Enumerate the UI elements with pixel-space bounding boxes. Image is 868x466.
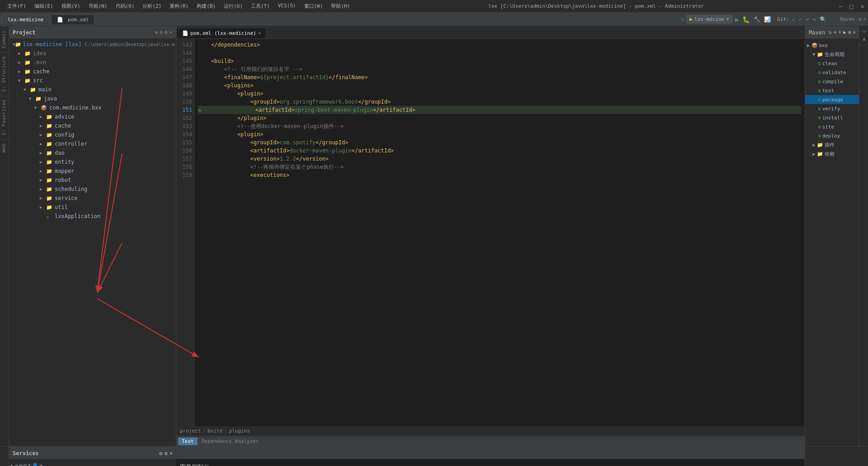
maven-item-verify[interactable]: ⚙ verify [805,104,859,113]
project-collapse-icon[interactable]: ≡ [160,29,163,35]
maven-refresh-icon[interactable]: ↻ [829,29,832,35]
tree-item-package[interactable]: ▼ 📦 com.medicine.bxx [9,103,176,112]
menu-tools[interactable]: 工具(T) [247,2,274,10]
services-group-icon[interactable]: ⊞ [19,463,22,466]
file-tree[interactable]: ▼ 📁 lxx-medicine [lxx] C:\Users\admin\De… [9,39,176,446]
run-button[interactable]: ▶ [735,16,739,23]
nav-back-icon[interactable]: ↑ [681,16,684,23]
maven-plugins-group[interactable]: ▶ 📁 插件 [805,140,859,149]
menu-build[interactable]: 构建(B) [193,2,219,10]
tree-item-src[interactable]: ▼ 📁 src [9,76,176,85]
editor-tab-text[interactable]: Text [178,437,198,445]
services-run-icon[interactable]: ▶ [11,463,14,466]
services-expand-icon[interactable]: ⊞ [24,463,27,466]
close-tab-icon[interactable]: × [258,30,261,36]
tree-item-advice[interactable]: ▶ 📁 advice [9,112,176,121]
search-everywhere-icon[interactable]: 🔍 [820,16,826,23]
services-close-icon[interactable]: × [170,450,173,456]
tree-item-main[interactable]: ▼ 📁 main [9,85,176,94]
project-settings-icon[interactable]: ⚙ [155,29,158,35]
maven-lifecycle-group[interactable]: ▼ 📁 生命周期 [805,50,859,59]
maven-item-site[interactable]: ⚙ site [805,122,859,131]
maven-item-test[interactable]: ⚙ test [805,86,859,95]
menu-code[interactable]: 代码(O) [112,2,138,10]
maven-close-btn[interactable]: × [853,29,856,35]
editor-tab-dependency[interactable]: Dependency Analyzer [198,437,263,445]
tree-item-scheduling[interactable]: ▶ 📁 scheduling [9,185,176,194]
favorites-tab[interactable]: 2: Favorites [0,95,9,139]
undo-icon[interactable]: ↩ [806,16,809,23]
services-settings-icon[interactable]: ⚙ [159,450,162,456]
tree-item-util[interactable]: ▶ 📁 util [9,203,176,212]
tree-item-root[interactable]: ▼ 📁 lxx-medicine [lxx] C:\Users\admin\De… [9,40,176,49]
tree-item-idea[interactable]: ▶ 📁 idea [9,49,176,58]
tree-item-controller[interactable]: ▶ 📁 controller [9,139,176,148]
run-config-selector[interactable]: ▶ lxx-mdcine ▼ [686,15,732,24]
maven-title[interactable]: Maven [840,16,855,22]
maven-close-icon[interactable]: × [863,16,866,22]
web-tab[interactable]: Web [0,139,9,156]
tree-item-java[interactable]: ▼ 📁 java [9,94,176,103]
editor-tabs[interactable]: 📄 pom.xml (lxx-medicine) × [176,26,805,39]
maven-item-validate[interactable]: ⚙ validate [805,68,859,77]
menu-analyze[interactable]: 分析(Z) [139,2,165,10]
menu-help[interactable]: 帮助(H) [327,2,354,10]
maven-item-compile[interactable]: ⚙ compile [805,77,859,86]
menu-window[interactable]: 窗口(W) [301,2,327,10]
services-add-icon[interactable]: + [39,463,42,466]
services-person-icon[interactable]: 👤 [32,463,38,466]
tree-item-service[interactable]: ▶ 📁 service [9,194,176,203]
structure-tab[interactable]: 2: Structure [0,52,9,95]
menu-view[interactable]: 视图(V) [58,2,84,10]
profile-button[interactable]: 📊 [764,16,771,23]
maven-tree[interactable]: ▶ 📦 bxx ▼ 📁 生命周期 ⚙ clean ⚙ validate ⚙ co… [805,39,859,446]
tree-item-dao[interactable]: ▶ 📁 dao [9,148,176,157]
maven-settings-icon[interactable]: ⚙ [859,16,862,22]
maven-add-icon[interactable]: + [834,29,837,35]
tree-item-lxxapp[interactable]: ☕ lxxApplication [9,212,176,221]
editor-bottom-tabs[interactable]: Text Dependency Analyzer [176,436,805,446]
maven-execute-icon[interactable]: ▶ [843,29,846,35]
maven-item-package[interactable]: ⚙ package [805,95,859,104]
project-toolbar-tab[interactable]: lxx-medicine [2,14,49,24]
debug-button[interactable]: 🐛 [742,16,750,23]
tree-item-mapper[interactable]: ▶ 📁 mapper [9,166,176,176]
notifications-tab[interactable]: 3 ▲ [859,26,868,46]
menu-run[interactable]: 运行(U) [220,2,246,10]
code-content[interactable]: </dependencies> <build> <!-- 引用我们的项目名字 -… [194,39,805,426]
menu-edit[interactable]: 编辑(E) [31,2,57,10]
file-toolbar-tab[interactable]: 📄 pom.xml [51,14,94,24]
menu-bar[interactable]: 文件(F) 编辑(E) 视图(V) 导航(N) 代码(O) 分析(Z) 重构(R… [4,2,354,10]
tree-item-config[interactable]: ▶ 📁 config [9,130,176,139]
tree-item-entity[interactable]: ▶ 📁 entity [9,157,176,166]
project-close-icon[interactable]: × [169,29,172,35]
project-gear-icon[interactable]: ⚙ [165,29,168,35]
build-button[interactable]: 🔨 [754,16,760,23]
maven-settings-gear[interactable]: ⚙ [848,29,851,35]
project-panel-icons[interactable]: ⚙ ≡ ⚙ × [155,29,173,35]
redo-icon[interactable]: ↪ [812,16,816,23]
maven-item-bxx[interactable]: ▶ 📦 bxx [805,41,859,50]
git-check-icon[interactable]: ✓ [792,16,795,23]
services-toolbar[interactable]: ▶ ≡ ⊞ ⊞ ⊤ 👤 + [9,460,176,466]
menu-navigate[interactable]: 导航(N) [85,2,111,10]
tree-item-cache-root[interactable]: ▶ 📁 cache [9,67,176,76]
editor-tab-pomxml[interactable]: 📄 pom.xml (lxx-medicine) × [176,28,267,38]
menu-file[interactable]: 文件(F) [4,2,30,10]
services-filter-icon[interactable]: ⊤ [28,463,31,466]
git-update-icon[interactable]: ✓ [799,16,802,23]
commit-tab[interactable]: Commit [0,26,9,52]
maven-download-icon[interactable]: ⬇ [838,29,841,35]
tree-item-robot[interactable]: ▶ 📁 robot [9,176,176,185]
tree-item-mvn[interactable]: ▶ 📁 .mvn [9,58,176,67]
maven-dependencies-group[interactable]: ▶ 📁 依赖 [805,149,859,158]
window-controls[interactable]: − □ × [839,3,864,10]
menu-vcs[interactable]: VCS(S) [274,2,300,10]
menu-refactor[interactable]: 重构(R) [166,2,192,10]
maven-item-clean[interactable]: ⚙ clean [805,59,859,68]
maven-item-install[interactable]: ⚙ install [805,113,859,122]
maven-item-deploy[interactable]: ⚙ deploy [805,131,859,140]
services-gear-icon[interactable]: ⚙ [165,450,168,456]
services-list-icon[interactable]: ≡ [15,463,18,466]
tree-item-cache-pkg[interactable]: ▶ 📁 cache [9,121,176,130]
